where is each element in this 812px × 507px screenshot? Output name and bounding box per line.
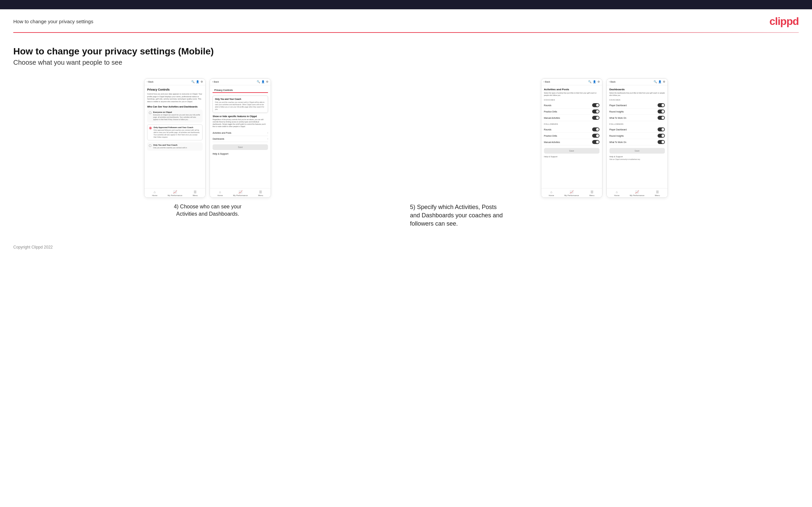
- bottom-bar-4: ⌂ Home 📈 My Performance ☰ Menu: [607, 188, 667, 198]
- followers-what-to-work-toggle[interactable]: [658, 140, 665, 144]
- option-approved-desc: Only approved followers and coaches you …: [153, 129, 201, 138]
- dropdown-card: Only You and Your Coach Only you and the…: [212, 96, 268, 113]
- followers-player-dash-row: Player Dashboard: [609, 126, 665, 133]
- home-icon-4: ⌂: [616, 190, 618, 194]
- coaches-manual-toggle[interactable]: [592, 116, 600, 120]
- bottom-home-1[interactable]: ⌂ Home: [145, 190, 165, 196]
- followers-manual-toggle[interactable]: [592, 140, 600, 144]
- phone-screen-3: ‹ Back 🔍 👤 ⚙ Activities and Posts Select…: [541, 78, 602, 198]
- bottom-menu-2[interactable]: ☰ Menu: [250, 190, 271, 196]
- radio-only-you[interactable]: [149, 144, 151, 147]
- bottom-bar-1: ⌂ Home 📈 My Performance ☰ Menu: [145, 188, 205, 198]
- settings-icon-1[interactable]: ⚙: [201, 80, 203, 83]
- dropdown-title: Only You and Your Coach: [215, 98, 266, 100]
- back-button-1[interactable]: ‹ Back: [147, 80, 153, 83]
- followers-drills-toggle[interactable]: [592, 134, 600, 138]
- tab-bar-2: Privacy Controls: [212, 88, 268, 93]
- bottom-perf-4[interactable]: 📈 My Performance: [627, 190, 647, 196]
- main-content: How to change your privacy settings (Mob…: [0, 33, 812, 238]
- bottom-perf-3[interactable]: 📈 My Performance: [562, 190, 582, 196]
- followers-section-4: FOLLOWERS: [609, 123, 665, 125]
- followers-round-insights-toggle[interactable]: [658, 134, 665, 138]
- who-can-see-title: Who Can See Your Activities and Dashboar…: [147, 106, 203, 108]
- coaches-what-to-work-label: What To Work On: [609, 117, 626, 119]
- bottom-home-3[interactable]: ⌂ Home: [541, 190, 562, 196]
- phone-nav-2: ‹ Back 🔍 👤 ⚙: [210, 79, 271, 85]
- person-icon-4[interactable]: 👤: [658, 80, 662, 83]
- option-everyone[interactable]: Everyone on Clippd Everyone on Clippd ca…: [147, 110, 203, 122]
- save-button-4[interactable]: Save: [609, 148, 665, 154]
- menu-item-activities[interactable]: Activities and Posts ›: [212, 130, 268, 136]
- activities-posts-label: Activities and Posts: [212, 132, 231, 134]
- coaches-drills-row: Practice Drills: [544, 109, 600, 115]
- show-hide-desc: Regardless of the privacy controls that …: [212, 118, 268, 128]
- show-hide-title: Show or hide specific features in Clippd: [212, 115, 268, 117]
- help-support-2[interactable]: Help & Support: [212, 153, 268, 155]
- bottom-perf-2[interactable]: 📈 My Performance: [230, 190, 250, 196]
- option-only-you[interactable]: Only You and Your Coach Only you and the…: [147, 143, 203, 151]
- settings-icon-4[interactable]: ⚙: [663, 80, 665, 83]
- followers-player-dash-toggle[interactable]: [658, 127, 665, 131]
- bottom-home-4[interactable]: ⌂ Home: [607, 190, 627, 196]
- coaches-round-insights-toggle[interactable]: [658, 110, 665, 113]
- page-subtitle: Choose what you want people to see: [13, 59, 799, 66]
- coaches-player-dash-toggle[interactable]: [658, 103, 665, 107]
- perf-label-1: My Performance: [168, 194, 182, 196]
- help-support-3[interactable]: Help & Support: [544, 156, 600, 158]
- bottom-home-2[interactable]: ⌂ Home: [210, 190, 230, 196]
- activities-chevron-icon: ›: [267, 132, 268, 134]
- search-icon-4[interactable]: 🔍: [654, 80, 657, 83]
- phone-pair-2: ‹ Back 🔍 👤 ⚙ Activities and Posts Select…: [410, 78, 799, 198]
- coaches-rounds-toggle[interactable]: [592, 103, 600, 107]
- help-support-desc-4: Visit our Clippd community to troublesho…: [609, 159, 665, 160]
- menu-label-1: Menu: [193, 194, 198, 196]
- option-approved[interactable]: Only Approved Followers and Your Coach O…: [147, 124, 203, 140]
- settings-icon-3[interactable]: ⚙: [598, 80, 600, 83]
- screenshots-row: ‹ Back 🔍 👤 ⚙ Privacy Controls Control ho…: [13, 78, 799, 228]
- search-icon-3[interactable]: 🔍: [588, 80, 592, 83]
- person-icon-3[interactable]: 👤: [593, 80, 596, 83]
- followers-what-to-work-label: What To Work On: [609, 141, 626, 143]
- coaches-what-to-work-toggle[interactable]: [658, 116, 665, 120]
- save-button-3[interactable]: Save: [544, 148, 600, 154]
- settings-icon-2[interactable]: ⚙: [266, 80, 268, 83]
- breadcrumb: How to change your privacy settings: [13, 18, 93, 24]
- perf-icon-4: 📈: [635, 190, 639, 194]
- perf-icon-1: 📈: [173, 190, 177, 194]
- phone-nav-3: ‹ Back 🔍 👤 ⚙: [541, 79, 602, 85]
- radio-everyone[interactable]: [149, 111, 151, 114]
- save-button-2[interactable]: Save: [212, 144, 268, 150]
- perf-label-3: My Performance: [564, 194, 579, 196]
- screen2-content: Privacy Controls Only You and Your Coach…: [210, 85, 271, 188]
- followers-round-insights-row: Round Insights: [609, 133, 665, 139]
- page-title: How to change your privacy settings (Mob…: [13, 46, 799, 57]
- header: How to change your privacy settings clip…: [0, 9, 812, 32]
- bottom-menu-4[interactable]: ☰ Menu: [647, 190, 667, 196]
- bottom-menu-3[interactable]: ☰ Menu: [582, 190, 602, 196]
- help-support-4[interactable]: Help & Support: [609, 156, 665, 158]
- back-button-3[interactable]: ‹ Back: [544, 80, 550, 83]
- privacy-controls-tab[interactable]: Privacy Controls: [212, 88, 235, 92]
- person-icon-1[interactable]: 👤: [196, 80, 199, 83]
- followers-what-to-work-row: What To Work On: [609, 139, 665, 145]
- bottom-perf-1[interactable]: 📈 My Performance: [165, 190, 185, 196]
- back-button-4[interactable]: ‹ Back: [609, 80, 616, 83]
- followers-rounds-toggle[interactable]: [592, 127, 600, 131]
- search-icon-2[interactable]: 🔍: [257, 80, 260, 83]
- search-icon-1[interactable]: 🔍: [191, 80, 195, 83]
- followers-manual-row: Manual Activities: [544, 139, 600, 145]
- option-approved-label: Only Approved Followers and Your Coach: [153, 126, 201, 128]
- back-button-2[interactable]: ‹ Back: [212, 80, 219, 83]
- menu-icon-3: ☰: [591, 190, 594, 194]
- menu-icon-2: ☰: [259, 190, 262, 194]
- radio-approved[interactable]: [149, 127, 152, 129]
- coaches-drills-toggle[interactable]: [592, 110, 600, 113]
- menu-item-dashboards[interactable]: Dashboards ›: [212, 136, 268, 142]
- home-icon-1: ⌂: [154, 190, 156, 194]
- person-icon-2[interactable]: 👤: [261, 80, 265, 83]
- coaches-section-4: COACHES: [609, 99, 665, 101]
- phone-nav-1: ‹ Back 🔍 👤 ⚙: [145, 79, 205, 85]
- perf-icon-3: 📈: [569, 190, 573, 194]
- phone-nav-4: ‹ Back 🔍 👤 ⚙: [607, 79, 667, 85]
- bottom-menu-1[interactable]: ☰ Menu: [185, 190, 205, 196]
